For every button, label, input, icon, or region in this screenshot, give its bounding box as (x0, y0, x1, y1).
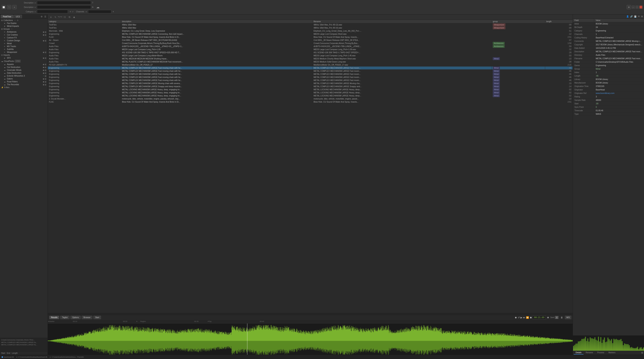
sidebar-item-fav-explos[interactable]: ★ Fav Explos (0, 22, 48, 25)
loop-btn[interactable]: ⟲ (68, 15, 71, 19)
table-row[interactable]: 2. Ducati Monster... motorcycle, bike, v… (48, 97, 573, 101)
table-row[interactable]: FLAC Blow Hole. CU Sound Of Water And Sp… (48, 101, 573, 104)
tab-details[interactable]: Details (574, 351, 584, 354)
sidebar-item-cartoon-fx[interactable]: ✕ Cartoon FX (0, 36, 48, 39)
stop-btn[interactable]: ⏹ (530, 316, 532, 319)
table-row[interactable]: Engineering METAL COMPLEX MECHANISM LARG… (48, 33, 573, 36)
panel-toggle-1[interactable]: ⬜ (2, 5, 6, 9)
waveform-btn[interactable]: 〜〜 (58, 15, 62, 19)
length-btn[interactable]: Length (12, 352, 18, 354)
tab-markers[interactable]: Markers (606, 351, 618, 354)
end-btn[interactable]: End (7, 352, 10, 354)
col-group[interactable]: group (492, 20, 545, 23)
sidebar-item-ambiances[interactable]: ✕ Ambiances ◉▥ (0, 31, 48, 33)
playhead-marker[interactable]: ▾ (136, 320, 138, 322)
table-row[interactable]: Engineering METAL COMPLEX MECHANISM LARG… (48, 76, 573, 79)
right-settings-btn[interactable]: ⚙ (641, 351, 643, 354)
channels-input[interactable] (88, 10, 111, 13)
table-row[interactable]: Engineering METAL COMPLEX MECHANISM LARG… (48, 70, 573, 73)
cursor-btn[interactable]: ↖ (54, 15, 58, 19)
description2-input[interactable] (37, 6, 91, 9)
tab-browser[interactable]: Browser (82, 316, 92, 319)
table-row[interactable]: Engineering METAL COMPLEX MECHANISM LARG… (48, 67, 573, 70)
sidebar-item-metal-impacts[interactable]: ★ Metal Impacts (0, 25, 48, 28)
sidebar-item-aquaria[interactable]: ☁ Aquaria ◉▥ (0, 63, 48, 66)
snap-btn[interactable]: ⌇⌇ (63, 15, 67, 19)
play-btn[interactable]: ▶ (520, 316, 522, 319)
sidebar-item-car-crashes[interactable]: ✕ Car Crashes ◉▥ (0, 33, 48, 36)
table-row[interactable]: Engineering METAL LOCKING MECHANISM LARG… (48, 88, 573, 91)
table-row[interactable]: Audio Files MEDS Large Lost Compass Long… (48, 54, 573, 57)
tab-start[interactable]: Start (94, 316, 101, 319)
panel-toggle-2[interactable]: ⬛ (7, 5, 11, 9)
sidebar-item-sfx[interactable]: ◈ SFX ◉▥ (0, 57, 48, 59)
table-row[interactable]: Crowd Crowd,Concourse,Corporate,Atrium,T… (48, 42, 573, 45)
table-row[interactable]: Engineering METAL COMPLEX MECHANISM LARG… (48, 79, 573, 82)
table-row[interactable]: Audio Files MEDS Large Lost Compass Long… (48, 48, 573, 51)
sidebar-item-custom-design[interactable]: ✕ Custom Design ◉▥ (0, 39, 48, 42)
tag-btn[interactable]: ◈ (72, 15, 76, 19)
sidebar-item-mx-tracks[interactable]: ✕ MX Tracks (0, 45, 48, 48)
eye-icon[interactable]: 👁 (638, 15, 640, 18)
maximize-button[interactable]: □ (636, 6, 638, 9)
record-btn[interactable]: ⏺ (515, 316, 517, 319)
grid-icon[interactable]: ⊞ (641, 15, 643, 18)
col-length[interactable]: length (545, 20, 573, 23)
imports-header[interactable]: ⊟ Imports (0, 54, 48, 57)
table-row[interactable]: FLAC Blow Hole. CU Sound Of Water And Sp… (48, 36, 573, 39)
start-btn[interactable]: Start (1, 352, 5, 354)
results-table-container[interactable]: category description filename group leng… (48, 20, 573, 313)
pause-btn[interactable]: ⏸ (560, 316, 563, 319)
settings-button[interactable]: ⚙ (627, 5, 631, 9)
table-row[interactable]: Audio Files METAL PLASTIC COMPLEX MECHAN… (48, 60, 573, 64)
col-filename[interactable]: filename (312, 20, 492, 23)
database-icon[interactable]: 💾 (634, 15, 637, 18)
table-row[interactable]: Engineering METAL LOCKING MECHANISM LARG… (48, 91, 573, 94)
tab-peektree[interactable]: PeekTree (1, 15, 13, 18)
table-row[interactable]: Engineering METAL LOCKING MECHANISM LARG… (48, 94, 573, 97)
table-row[interactable]: Engineering #01 SCENE=106 308 TAKE=1 TAP… (48, 51, 573, 54)
close-button[interactable]: ✕ (640, 6, 642, 9)
sidebar-item-cinematic-winds[interactable]: ☁ Cinematic Winds ◉▥ (0, 69, 48, 72)
fast-fwd-btn[interactable]: ⏩ (526, 316, 529, 319)
metadata-scroll[interactable]: Artist BOOM Library Bit Depth 24 Categor… (573, 22, 644, 335)
table-row[interactable]: TestFiles 48khz 16bit Wav 48Khz 16bit Wa… (48, 23, 573, 27)
next-btn[interactable]: ⏭ (523, 316, 525, 319)
tab-options[interactable]: Options (70, 316, 80, 319)
sidebar-item-data-destruction[interactable]: ☁ Data Destruction ◉▥ (0, 72, 48, 74)
table-row[interactable]: TestFiles 48khz 16bit Wav 48Khz 16bit Wa… (48, 27, 573, 30)
table-row[interactable]: Audio Files METAL MEDIUM MEDIUM MEDIUM S… (48, 57, 573, 60)
col-category[interactable]: category (48, 20, 121, 23)
tab-results[interactable]: Results (49, 316, 59, 319)
groups-header[interactable]: ⊞ Groups + (0, 28, 48, 31)
waveform-canvas[interactable] (48, 323, 573, 355)
sidebar-item-road-riders[interactable]: ☁ Road Riders ◉▥ (0, 80, 48, 83)
table-row[interactable]: Engineering METAL COMPLEX MECHANISM LARG… (48, 73, 573, 76)
person-icon[interactable]: 👤 (626, 15, 629, 18)
description1-input[interactable] (37, 1, 91, 5)
sidebar-item-the-recordist[interactable]: ☁ The Recordist ◉▥ (0, 83, 48, 86)
loop-play-btn[interactable]: ↺ (518, 316, 520, 319)
minimize-button[interactable]: — (632, 6, 635, 9)
panel-settings-btn[interactable]: ⚙ (40, 15, 43, 18)
tab-process[interactable]: Process (595, 351, 606, 354)
table-row[interactable]: PD 620 LIBRARY FX MedServoMotor On_Off_P… (48, 64, 573, 67)
table-row[interactable]: Engineering METAL COMPLEX MECHANISM LARG… (48, 85, 573, 88)
collapse-btn[interactable]: « (12, 5, 16, 9)
table-row[interactable]: Engineering METAL COMPLEX MECHANISM LARG… (48, 82, 573, 85)
sidebar-item-eclectic-whooshes[interactable]: ☁ Eclectic Whooshes 3 ✓▥ (0, 74, 48, 77)
ms-button[interactable]: M/S (565, 316, 571, 319)
link-icon[interactable]: 🔗 (630, 15, 633, 18)
tab-taglist[interactable]: Taglist (60, 316, 69, 319)
category-input[interactable] (37, 10, 68, 13)
xfers-header[interactable]: ⚡ X-fers (0, 86, 48, 89)
table-row[interactable]: Audio Files dUBITS=04241203__dSCENE=788-… (48, 45, 573, 48)
sidebar-item-gators[interactable]: ☁ Gators ◉▥ (0, 77, 48, 80)
collections-header[interactable]: ⊞ Collections + ⚙ (0, 19, 48, 22)
table-row[interactable]: Air - Steam Cmt 0001,_08 Steam Release-C… (48, 39, 573, 42)
horizontal-scrollbar[interactable] (48, 313, 573, 315)
sidebar-item-metal[interactable]: ✕ Metal (0, 42, 48, 45)
sidebar-item-car-destruction[interactable]: ☁ Car Destruction ◉▥ (0, 66, 48, 69)
panel-list-btn[interactable]: ☰ (44, 15, 47, 18)
col-description[interactable]: description (121, 20, 312, 23)
